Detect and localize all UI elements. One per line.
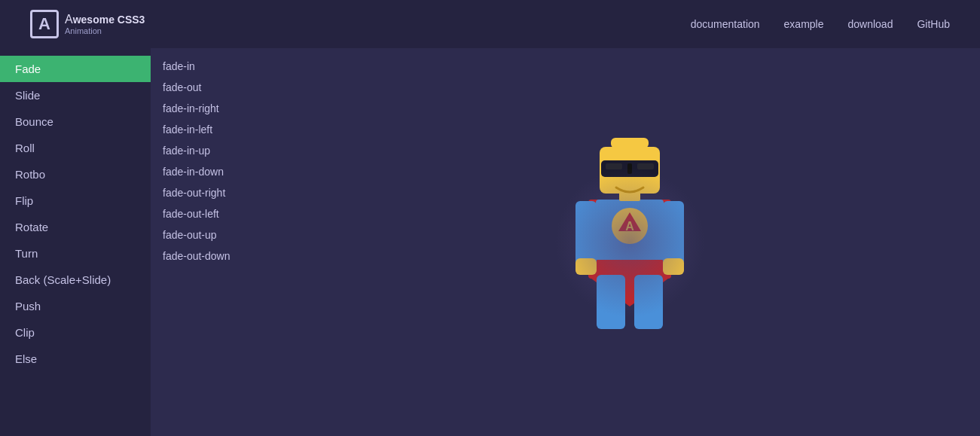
nav-documentation[interactable]: documentation [691,18,760,30]
sidebar-item-else[interactable]: Else [0,346,151,372]
sidebar-item-clip[interactable]: Clip [0,319,151,346]
submenu-fade-out[interactable]: fade-out [151,77,279,98]
sidebar-item-fade[interactable]: Fade [0,56,151,82]
sidebar-item-roll[interactable]: Roll [0,135,151,161]
nav-download[interactable]: download [847,18,893,30]
character-wrapper: A [569,133,690,352]
sidebar-item-rotbo[interactable]: Rotbo [0,161,151,188]
sidebar-item-slide[interactable]: Slide [0,82,151,108]
submenu-fade-in-right[interactable]: fade-in-right [151,98,279,119]
logo-text: Awesome CSS3 Animation [65,12,145,36]
submenu-fade-in-up[interactable]: fade-in-up [151,140,279,161]
sidebar-item-bounce[interactable]: Bounce [0,108,151,135]
submenu-area: fade-in fade-out fade-in-right fade-in-l… [151,48,279,436]
sidebar-item-back[interactable]: Back (Scale+Slide) [0,267,151,293]
logo-line2: Animation [65,26,145,36]
nav-example[interactable]: example [784,18,824,30]
main-container: Fade Slide Bounce Roll Rotbo Flip Rotate… [0,48,980,436]
header: A Awesome CSS3 Animation documentation e… [0,0,980,48]
content-area: A [279,48,980,436]
logo-icon: A [30,10,59,38]
submenu-fade-out-left[interactable]: fade-out-left [151,203,279,224]
sidebar-item-rotate[interactable]: Rotate [0,214,151,240]
sidebar: Fade Slide Bounce Roll Rotbo Flip Rotate… [0,48,151,436]
submenu-fade-out-down[interactable]: fade-out-down [151,245,279,267]
logo-line1: Awesome CSS3 [65,12,145,26]
sidebar-item-push[interactable]: Push [0,293,151,319]
main-nav: documentation example download GitHub [691,18,950,30]
sidebar-item-turn[interactable]: Turn [0,240,151,267]
lego-glow [554,167,705,318]
svg-rect-13 [611,138,649,148]
submenu-fade-in-left[interactable]: fade-in-left [151,119,279,140]
logo-area: A Awesome CSS3 Animation [30,10,145,38]
sidebar-item-flip[interactable]: Flip [0,188,151,214]
submenu-fade-in[interactable]: fade-in [151,56,279,77]
submenu-fade-out-up[interactable]: fade-out-up [151,224,279,245]
submenu-fade-out-right[interactable]: fade-out-right [151,182,279,203]
submenu-fade-in-down[interactable]: fade-in-down [151,161,279,182]
nav-github[interactable]: GitHub [917,18,950,30]
